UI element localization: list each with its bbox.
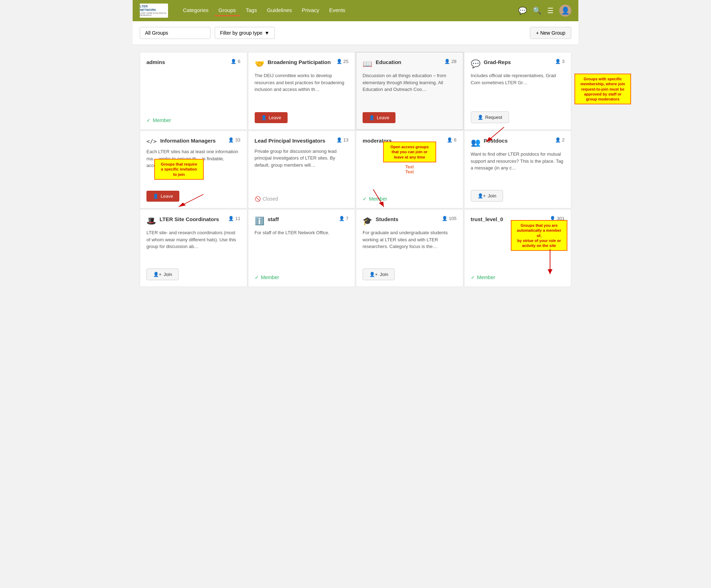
group-header: Lead Principal Investigators 👤 13 bbox=[255, 137, 349, 144]
group-icon: 🎩 bbox=[146, 217, 156, 226]
nav-privacy[interactable]: Privacy bbox=[297, 5, 323, 16]
member-count: 👤 33 bbox=[228, 137, 240, 143]
group-icon: ℹ️ bbox=[255, 217, 264, 226]
group-title: admins bbox=[146, 59, 165, 66]
group-header: 👥 Postdocs 👤 2 bbox=[471, 137, 565, 147]
group-icon: 📖 bbox=[363, 59, 372, 69]
group-desc: For staff of the LTER Network Office. bbox=[255, 229, 349, 271]
people-icon: 👤 bbox=[555, 59, 561, 64]
leave-button[interactable]: 👤 Leave bbox=[146, 191, 179, 202]
group-header: 🎓 Students 👤 105 bbox=[363, 216, 457, 226]
menu-icon[interactable]: ☰ bbox=[547, 6, 554, 15]
group-footer: ✓ Member bbox=[255, 275, 349, 280]
group-card-grad-reps: 💬 Grad-Reps 👤 3 Includes official site r… bbox=[464, 52, 572, 130]
chevron-down-icon: ▼ bbox=[265, 30, 270, 36]
member-count: 👤 25 bbox=[336, 59, 348, 64]
all-groups-input[interactable] bbox=[140, 27, 210, 39]
member-count: 👤 3 bbox=[555, 59, 565, 64]
logo: LTERNETWORK LONG TERM ECOLOGICAL RESEARC… bbox=[140, 4, 168, 18]
group-header: 🤝 Broadening Participation 👤 25 bbox=[255, 59, 349, 69]
people-icon: 👤 bbox=[444, 59, 450, 64]
nav-tags[interactable]: Tags bbox=[242, 5, 261, 16]
chat-icon[interactable]: 💬 bbox=[518, 6, 527, 15]
group-title-area: Information Managers bbox=[160, 137, 225, 144]
nav-groups[interactable]: Groups bbox=[214, 5, 240, 16]
user-avatar[interactable]: 👤 bbox=[559, 5, 571, 17]
check-icon: ✓ bbox=[363, 196, 367, 202]
group-header: moderators 👤 6 bbox=[363, 137, 457, 144]
nav-guidelines[interactable]: Guidelines bbox=[262, 5, 296, 16]
group-desc: Each LTER sites has at least one informa… bbox=[146, 148, 241, 187]
check-icon: ✓ bbox=[255, 275, 259, 280]
groups-section: admins 👤 6 ✓ Member 🤝 bbox=[133, 45, 578, 294]
join-icon: 👤+ bbox=[478, 193, 486, 198]
group-footer: 👤 Leave bbox=[146, 191, 241, 202]
group-title: Broadening Participation bbox=[268, 59, 333, 66]
group-desc: Want to find other LTER postdocs for mut… bbox=[471, 151, 565, 186]
new-group-button[interactable]: + New Group bbox=[530, 27, 571, 39]
group-icon: </> bbox=[146, 138, 157, 145]
group-title-area: Students bbox=[376, 216, 438, 223]
group-header: ℹ️ staff 👤 7 bbox=[255, 216, 349, 226]
member-count: 👤 7 bbox=[339, 216, 348, 221]
search-icon[interactable]: 🔍 bbox=[533, 6, 542, 15]
people-icon: 👤 bbox=[442, 216, 447, 221]
group-desc: Includes official site representatives, … bbox=[471, 72, 565, 108]
join-button[interactable]: 👤+ Join bbox=[471, 190, 503, 202]
group-title: Grad-Reps bbox=[484, 59, 551, 66]
group-footer: ✓ Member bbox=[363, 196, 457, 202]
group-header: </> Information Managers 👤 33 bbox=[146, 137, 241, 145]
group-header: 📖 Education 👤 28 bbox=[363, 59, 457, 69]
group-card-moderators: moderators 👤 6 TextText ✓ Member Open ac… bbox=[356, 131, 463, 208]
annotation-open-access: Open access groupsthat you can join orle… bbox=[383, 142, 436, 162]
nav-events[interactable]: Events bbox=[325, 5, 350, 16]
group-card-information-managers: </> Information Managers 👤 33 Each LTER … bbox=[140, 131, 247, 208]
people-icon: 👤 bbox=[231, 59, 236, 64]
check-icon: ✓ bbox=[146, 117, 151, 123]
member-count: 👤 28 bbox=[444, 59, 456, 64]
leave-icon: 👤 bbox=[369, 115, 375, 120]
leave-button[interactable]: 👤 Leave bbox=[363, 112, 395, 123]
people-icon: 👤 bbox=[339, 216, 345, 221]
group-header: 💬 Grad-Reps 👤 3 bbox=[471, 59, 565, 69]
join-icon: 👤+ bbox=[369, 272, 378, 277]
nav-categories[interactable]: Categories bbox=[179, 5, 213, 16]
member-count: 👤 301 bbox=[550, 216, 565, 221]
group-title: Postdocs bbox=[484, 137, 551, 144]
group-title: Information Managers bbox=[160, 137, 225, 144]
group-card-postdocs: 👥 Postdocs 👤 2 Want to find other LTER p… bbox=[464, 131, 572, 208]
group-footer: 👤 Leave bbox=[255, 112, 349, 123]
group-title-area: Grad-Reps bbox=[484, 59, 551, 66]
group-title: moderators bbox=[363, 137, 392, 144]
group-footer: 👤+ Join bbox=[146, 269, 241, 280]
request-button[interactable]: 👤 Request bbox=[471, 111, 509, 123]
join-button[interactable]: 👤+ Join bbox=[363, 269, 395, 280]
group-title: LTER Site Coordinators bbox=[160, 216, 225, 223]
group-footer: 👤 Request bbox=[471, 111, 565, 123]
annotation-auto-member: Groups that you areautomatically a membe… bbox=[511, 220, 567, 251]
group-title-area: Lead Principal Investigators bbox=[255, 137, 333, 144]
group-header: 🎩 LTER Site Coordinators 👤 11 bbox=[146, 216, 241, 226]
join-button[interactable]: 👤+ Join bbox=[146, 269, 179, 280]
member-count: 👤 6 bbox=[447, 137, 456, 143]
people-icon: 👤 bbox=[336, 137, 342, 143]
group-card-admins: admins 👤 6 ✓ Member bbox=[140, 52, 247, 130]
group-card-lead-pi: Lead Principal Investigators 👤 13 Privat… bbox=[248, 131, 356, 208]
group-header: admins 👤 6 bbox=[146, 59, 241, 66]
status-member: ✓ Member bbox=[363, 196, 457, 202]
nav-links: Categories Groups Tags Guidelines Privac… bbox=[179, 5, 518, 16]
group-desc: The DEIJ committee works to develop reso… bbox=[255, 72, 349, 109]
group-icon: 🎓 bbox=[363, 217, 372, 226]
group-footer: 👤+ Join bbox=[363, 269, 457, 280]
leave-button[interactable]: 👤 Leave bbox=[255, 112, 288, 123]
navbar: LTERNETWORK LONG TERM ECOLOGICAL RESEARC… bbox=[133, 0, 578, 21]
group-icon: 👥 bbox=[471, 138, 480, 147]
people-icon: 👤 bbox=[336, 59, 342, 64]
group-title-area: LTER Site Coordinators bbox=[160, 216, 225, 223]
check-icon: ✓ bbox=[471, 275, 475, 280]
request-icon: 👤 bbox=[478, 115, 483, 120]
member-count: 👤 2 bbox=[555, 137, 565, 143]
filter-button[interactable]: Filter by group type ▼ bbox=[215, 27, 275, 39]
group-card-broadening-participation: 🤝 Broadening Participation 👤 25 The DEIJ… bbox=[248, 52, 356, 130]
people-icon: 👤 bbox=[228, 137, 234, 143]
